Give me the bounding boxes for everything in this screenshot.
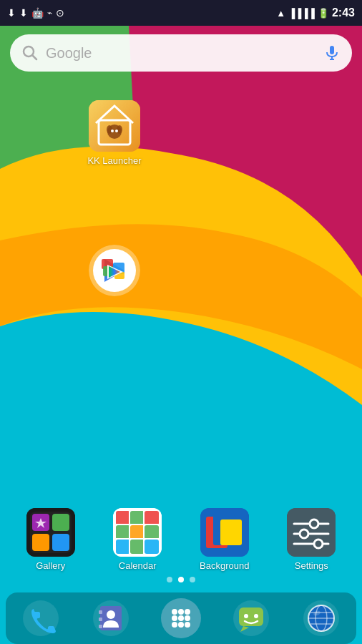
svg-rect-34 (116, 525, 130, 540)
play-store-app[interactable] (86, 245, 143, 296)
svg-rect-39 (145, 540, 159, 554)
kk-launcher-icon (89, 100, 140, 152)
svg-rect-3 (330, 46, 334, 54)
dock-contacts[interactable] (85, 598, 137, 638)
svg-point-69 (178, 622, 184, 628)
wifi-icon: ▲ (276, 8, 285, 19)
calendar-app[interactable]: Calendar (109, 508, 166, 571)
kk-launcher-label: KK Launcher (87, 155, 141, 166)
status-time: 2:43 (332, 6, 355, 19)
download2-icon: ⬇ (19, 7, 28, 19)
dock-phone[interactable] (15, 598, 67, 638)
svg-point-74 (244, 614, 248, 618)
disc-icon: ⊙ (56, 7, 64, 19)
svg-rect-48 (287, 508, 336, 557)
page-indicators (0, 577, 362, 582)
download1-icon: ⬇ (7, 7, 16, 19)
svg-point-61 (107, 610, 115, 619)
background-app[interactable]: Background (196, 508, 253, 571)
svg-rect-59 (99, 618, 102, 621)
drawer-icon (161, 598, 201, 638)
dock-drawer[interactable] (155, 598, 207, 638)
page-dot-3[interactable] (190, 577, 195, 582)
svg-point-68 (172, 622, 177, 628)
svg-rect-60 (99, 625, 102, 628)
mic-icon[interactable] (323, 44, 341, 62)
dock-bar (6, 592, 356, 644)
svg-point-63 (178, 609, 184, 615)
settings-app[interactable]: Settings (283, 508, 340, 571)
svg-point-50 (310, 519, 318, 528)
calendar-label: Calendar (119, 560, 157, 571)
play-store-icon (89, 245, 140, 296)
status-bar: ⬇ ⬇ 🤖 ⌁ ⊙ ▲ ▐▐▐▐ 🔋 2:43 (0, 0, 362, 26)
contacts-icon (91, 598, 131, 638)
svg-point-67 (185, 615, 190, 621)
svg-rect-26 (52, 514, 69, 531)
background-label: Background (200, 560, 249, 571)
svg-rect-58 (99, 610, 102, 614)
bottom-apps-row: Gallery (0, 508, 362, 571)
page-dot-1[interactable] (167, 577, 172, 582)
gallery-app[interactable]: Gallery (22, 508, 79, 571)
gallery-label: Gallery (36, 560, 65, 571)
svg-rect-36 (145, 525, 159, 540)
svg-rect-38 (130, 540, 145, 554)
svg-rect-32 (130, 511, 145, 525)
svg-point-66 (178, 615, 184, 621)
settings-icon (287, 508, 336, 557)
search-icon (21, 44, 39, 62)
settings-label: Settings (295, 560, 328, 571)
svg-point-9 (107, 125, 112, 134)
dock-browser[interactable] (295, 598, 347, 638)
svg-point-10 (117, 125, 122, 134)
search-bar[interactable]: Google (10, 34, 352, 72)
svg-rect-31 (116, 511, 130, 525)
svg-line-2 (33, 56, 37, 60)
svg-point-65 (172, 615, 177, 621)
page-dot-2[interactable] (178, 577, 184, 582)
svg-rect-47 (220, 519, 242, 545)
apps-area: KK Launcher (0, 72, 362, 508)
svg-rect-27 (52, 534, 69, 551)
svg-point-11 (111, 130, 114, 132)
android-icon: 🤖 (31, 7, 44, 19)
kk-launcher-app[interactable]: KK Launcher (86, 100, 143, 166)
signal-icon: ▐▐▐▐ (288, 8, 315, 19)
calendar-icon (113, 508, 162, 557)
background-icon (200, 508, 249, 557)
battery-icon: 🔋 (318, 8, 329, 19)
dock-messenger[interactable] (225, 598, 277, 638)
svg-rect-33 (145, 511, 159, 525)
status-icons-left: ⬇ ⬇ 🤖 ⌁ ⊙ (7, 7, 64, 19)
gallery-icon (26, 508, 75, 557)
svg-point-12 (115, 130, 118, 132)
home-screen: Google (0, 26, 362, 644)
svg-point-64 (185, 609, 190, 615)
search-placeholder: Google (46, 45, 316, 62)
svg-point-52 (300, 530, 308, 538)
svg-point-70 (185, 622, 190, 628)
svg-point-54 (314, 540, 323, 548)
status-icons-right: ▲ ▐▐▐▐ 🔋 2:43 (276, 6, 355, 19)
svg-point-75 (254, 614, 258, 618)
svg-rect-25 (32, 534, 49, 551)
messenger-icon (231, 598, 271, 638)
usb-icon: ⌁ (47, 8, 52, 18)
svg-rect-37 (116, 540, 130, 554)
browser-icon (301, 598, 341, 638)
phone-icon (21, 598, 61, 638)
svg-rect-35 (130, 525, 145, 540)
svg-point-62 (172, 609, 177, 615)
